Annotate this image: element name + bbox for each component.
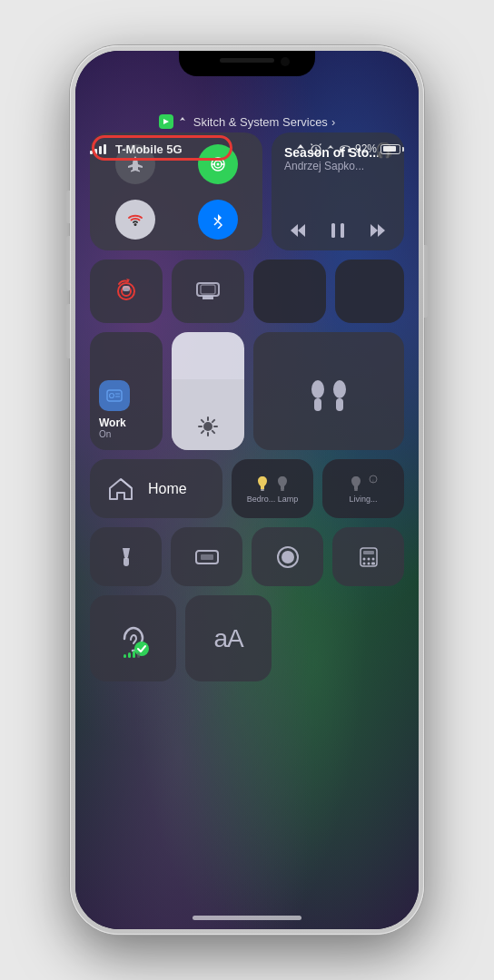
svg-line-37 bbox=[202, 420, 203, 422]
screen-rotation-icon bbox=[112, 277, 141, 306]
speaker bbox=[220, 58, 274, 63]
svg-line-39 bbox=[212, 420, 214, 422]
location-status-icon bbox=[326, 144, 335, 153]
svg-line-3 bbox=[311, 144, 312, 146]
app-icons bbox=[159, 114, 188, 129]
svg-rect-23 bbox=[123, 286, 130, 291]
power-button[interactable] bbox=[424, 245, 428, 318]
location-bar: Skitch & System Services › bbox=[75, 109, 419, 134]
svg-rect-67 bbox=[133, 651, 135, 658]
svg-point-12 bbox=[133, 223, 136, 226]
airpods-icon bbox=[301, 364, 356, 418]
airpods-visual-icon bbox=[301, 364, 356, 418]
svg-rect-18 bbox=[341, 223, 344, 238]
volume-down-button[interactable] bbox=[66, 304, 70, 358]
calculator-button[interactable] bbox=[332, 527, 404, 586]
svg-rect-45 bbox=[261, 489, 264, 491]
svg-rect-57 bbox=[363, 551, 374, 554]
media-controls bbox=[284, 220, 391, 241]
focus-sub: On bbox=[99, 429, 111, 439]
phone-outer: Skitch & System Services › T-Mobile 5G bbox=[70, 45, 424, 935]
front-camera bbox=[281, 57, 290, 66]
living-lamp-button[interactable]: i Living... bbox=[322, 459, 404, 518]
alarm-icon bbox=[310, 142, 322, 155]
skitch-icon bbox=[159, 114, 173, 129]
phone-screen: Skitch & System Services › T-Mobile 5G bbox=[75, 51, 419, 929]
home-icon-wrap bbox=[104, 473, 137, 505]
tmobile-highlight-circle bbox=[92, 135, 232, 161]
brightness-button[interactable] bbox=[172, 332, 244, 450]
wifi-icon-bg bbox=[115, 200, 155, 240]
flashlight-button[interactable] bbox=[90, 527, 162, 586]
focus-work-button[interactable]: Work On bbox=[90, 332, 163, 450]
svg-point-41 bbox=[311, 380, 324, 398]
volume-up-button[interactable] bbox=[66, 236, 70, 290]
lamp-icons bbox=[255, 475, 290, 493]
wifi-button[interactable] bbox=[94, 191, 176, 247]
svg-line-40 bbox=[202, 431, 203, 433]
bulb-off-icon bbox=[275, 475, 290, 493]
orientation-icon bbox=[193, 547, 221, 567]
location-icon bbox=[177, 116, 188, 127]
svg-marker-20 bbox=[378, 224, 385, 237]
bulb-on-icon bbox=[255, 475, 270, 493]
media-artist: Andrzej Sapko... bbox=[284, 160, 391, 172]
svg-rect-66 bbox=[128, 652, 131, 658]
svg-point-60 bbox=[371, 557, 374, 560]
svg-rect-27 bbox=[201, 285, 215, 294]
id-card-icon bbox=[105, 387, 124, 405]
text-size-button[interactable]: aA bbox=[185, 595, 272, 681]
headphones-icon bbox=[339, 142, 351, 155]
svg-line-14 bbox=[214, 221, 218, 225]
bedroom-lamp-button[interactable]: Bedro... Lamp bbox=[232, 459, 313, 518]
svg-rect-17 bbox=[331, 223, 335, 238]
home-icon bbox=[107, 475, 134, 503]
wifi-icon bbox=[125, 210, 145, 230]
status-right: 92% bbox=[295, 142, 404, 155]
timer-button[interactable] bbox=[253, 260, 326, 323]
skip-forward-icon bbox=[368, 220, 388, 240]
living-lamp-label: Living... bbox=[349, 495, 377, 504]
accessibility-button[interactable] bbox=[90, 595, 176, 681]
home-button[interactable]: Home bbox=[90, 459, 222, 518]
blank-button[interactable] bbox=[335, 260, 404, 323]
svg-point-59 bbox=[367, 557, 370, 560]
calculator-icon bbox=[357, 545, 380, 569]
cc-row-6: aA bbox=[90, 595, 404, 681]
location-app-label: Skitch & System Services bbox=[193, 115, 328, 129]
info-circle-icon: i bbox=[369, 475, 378, 484]
svg-line-13 bbox=[214, 218, 218, 221]
screen-mirror-button[interactable] bbox=[172, 260, 244, 323]
screen-record-button[interactable] bbox=[252, 527, 323, 586]
play-pause-button[interactable] bbox=[327, 220, 349, 241]
svg-marker-16 bbox=[298, 224, 305, 237]
svg-rect-65 bbox=[124, 654, 126, 658]
pause-icon bbox=[327, 220, 349, 241]
focus-icon-wrap bbox=[99, 380, 130, 411]
svg-point-58 bbox=[362, 557, 365, 560]
svg-rect-63 bbox=[371, 562, 375, 564]
focus-label: Work bbox=[99, 416, 126, 429]
skip-back-button[interactable] bbox=[288, 220, 308, 240]
orientation-button[interactable] bbox=[171, 527, 242, 586]
bedroom-lamp-label: Bedro... Lamp bbox=[247, 495, 299, 504]
living-lamp-icons: i bbox=[349, 475, 378, 493]
bluetooth-button[interactable] bbox=[176, 191, 259, 247]
home-indicator[interactable] bbox=[193, 916, 301, 920]
svg-marker-19 bbox=[370, 224, 378, 237]
notch bbox=[179, 51, 315, 76]
skip-back-icon bbox=[288, 220, 308, 240]
volume-mute-button[interactable] bbox=[66, 191, 70, 223]
svg-rect-46 bbox=[281, 489, 284, 491]
volume-airpods-button[interactable] bbox=[253, 332, 404, 450]
cc-row-2 bbox=[90, 260, 404, 323]
text-size-label: aA bbox=[213, 624, 242, 653]
bluetooth-icon bbox=[209, 211, 227, 229]
svg-point-9 bbox=[216, 162, 219, 165]
screen-rotation-button[interactable] bbox=[90, 260, 163, 323]
svg-point-43 bbox=[333, 380, 346, 398]
svg-rect-68 bbox=[137, 652, 140, 658]
skip-forward-button[interactable] bbox=[368, 220, 388, 240]
brightness-fill bbox=[172, 379, 244, 450]
cc-row-3: Work On bbox=[90, 332, 404, 450]
